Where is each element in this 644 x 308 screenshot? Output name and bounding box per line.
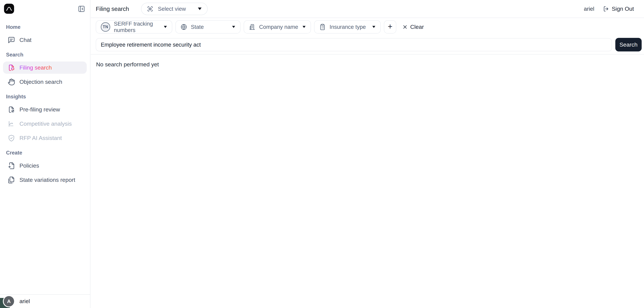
filter-label: Insurance type [330, 24, 366, 30]
section-label-home: Home [0, 24, 90, 32]
sidebar-item-rfp-ai-assistant[interactable]: RFP AI Assistant [3, 132, 87, 144]
filter-label: State [191, 24, 204, 30]
sidebar-item-chat[interactable]: Chat [3, 34, 87, 46]
insurance-type-dropdown[interactable]: Insurance type [314, 20, 381, 33]
add-filter-button[interactable]: + [384, 20, 396, 33]
log-out-icon [603, 6, 609, 12]
hand-icon [8, 78, 15, 86]
section-label-create: Create [0, 149, 90, 158]
sidebar: Home Chat Search [0, 0, 90, 308]
sign-out-button[interactable]: Sign Out [603, 5, 634, 12]
shield-check-icon [8, 134, 15, 142]
section-label-search: Search [0, 51, 90, 59]
nav-section-home: Home Chat [0, 24, 90, 46]
sidebar-item-label: Competitive analysis [20, 120, 72, 127]
sidebar-item-policies[interactable]: Policies [3, 160, 87, 172]
nav-section-create: Create Policies [0, 149, 90, 186]
page-title: Filing search [96, 5, 129, 12]
sidebar-item-objection-search[interactable]: Objection search [3, 76, 87, 88]
filter-label: SERFF tracking numbers [114, 21, 164, 33]
tn-badge-icon: TN [101, 22, 110, 32]
sidebar-item-label: Chat [20, 37, 32, 43]
avatar: A [4, 296, 14, 307]
footer-username: ariel [20, 298, 30, 305]
search-input[interactable] [96, 38, 612, 51]
chart-curve-icon [8, 120, 15, 128]
search-button[interactable]: Search [615, 38, 642, 51]
main-area: Filing search Select view ariel [91, 0, 644, 308]
sidebar-item-competitive-analysis[interactable]: Competitive analysis [3, 118, 87, 130]
close-icon [402, 24, 408, 30]
search-row: Search [96, 38, 642, 51]
document-plus-icon [8, 162, 15, 169]
chevron-down-icon [372, 26, 375, 28]
filter-label: Company name [259, 24, 298, 30]
globe-icon [180, 24, 187, 30]
view-select-dropdown[interactable]: Select view [141, 3, 208, 15]
company-name-dropdown[interactable]: Company name [244, 20, 311, 33]
focus-icon [147, 5, 154, 12]
serff-tracking-numbers-dropdown[interactable]: TN SERFF tracking numbers [96, 20, 172, 33]
panel-collapse-icon [78, 5, 85, 13]
building-icon [249, 24, 256, 30]
state-dropdown[interactable]: State [176, 20, 240, 33]
filter-bar: TN SERFF tracking numbers State [91, 18, 644, 33]
chevron-down-icon [302, 26, 306, 28]
chevron-down-icon [232, 26, 235, 28]
sidebar-collapse-button[interactable] [77, 5, 86, 13]
sidebar-item-label: Filing search [20, 64, 52, 71]
clear-filters-button[interactable]: Clear [402, 24, 424, 30]
clipboard-list-icon [319, 24, 326, 30]
sidebar-item-label: RFP AI Assistant [20, 135, 62, 141]
app-logo[interactable] [4, 4, 14, 14]
document-refresh-icon [8, 106, 15, 113]
filing-document-icon [8, 64, 15, 71]
nav-section-search: Search [0, 51, 90, 88]
sidebar-item-filing-search[interactable]: Filing search [3, 61, 87, 74]
sign-out-label: Sign Out [612, 5, 634, 12]
nav-section-insights: Insights Pre-filing review [0, 93, 90, 144]
sidebar-item-state-variations-report[interactable]: State variations report [3, 174, 87, 186]
bell-curve-logo-icon [5, 5, 13, 12]
app-root: Home Chat Search [0, 0, 644, 308]
top-bar: Filing search Select view ariel [91, 0, 644, 18]
pages-copy-icon [8, 176, 15, 184]
chat-bubble-icon [8, 36, 15, 44]
sidebar-item-label: Objection search [20, 79, 62, 85]
view-select-value: Select view [158, 6, 194, 12]
topbar-right: ariel Sign Out [584, 5, 634, 12]
chevron-down-icon [198, 7, 202, 10]
empty-results-message: No search performed yet [91, 54, 644, 68]
sidebar-footer-user[interactable]: A ariel [0, 294, 90, 308]
sidebar-item-label: State variations report [20, 177, 75, 183]
section-label-insights: Insights [0, 93, 90, 101]
topbar-username: ariel [584, 6, 594, 12]
sidebar-item-pre-filing-review[interactable]: Pre-filing review [3, 103, 87, 116]
sidebar-item-label: Policies [20, 162, 39, 169]
sidebar-nav: Home Chat Search [0, 24, 90, 191]
sidebar-item-label: Pre-filing review [20, 106, 60, 113]
chevron-down-icon [164, 26, 167, 28]
clear-label: Clear [410, 24, 424, 30]
